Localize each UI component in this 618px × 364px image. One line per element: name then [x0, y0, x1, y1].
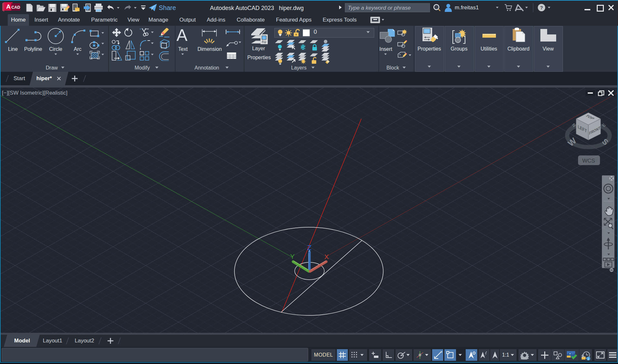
svg-text:Z: Z: [307, 244, 311, 252]
svg-text:WCS: WCS: [582, 158, 595, 164]
svg-text:Y: Y: [290, 253, 295, 260]
svg-text:?: ?: [540, 5, 543, 10]
svg-text:X: X: [324, 253, 329, 260]
svg-text:i: i: [588, 357, 589, 360]
svg-text:A: A: [6, 3, 11, 10]
svg-text:CAD: CAD: [11, 5, 20, 10]
